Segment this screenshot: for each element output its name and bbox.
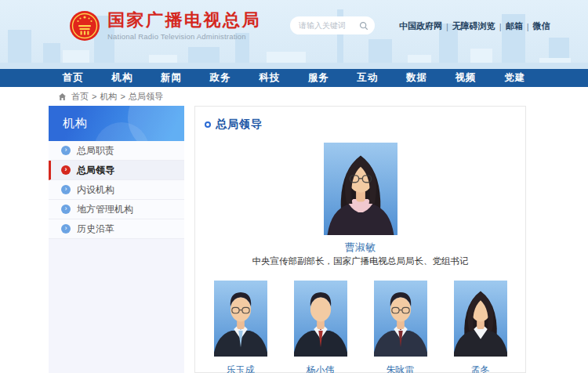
link-wechat[interactable]: 微信 — [533, 20, 550, 32]
sidebar-item-label: 地方管理机构 — [77, 203, 133, 216]
logo-text-block: 国家广播电视总局 National Radio Television Admin… — [107, 11, 261, 41]
sidebar-title: 机构 — [49, 106, 184, 141]
leader-card[interactable]: 朱咏雷 — [374, 281, 427, 373]
sidebar-item-leaders[interactable]: 总局领导 — [49, 161, 184, 180]
sidebar-item-label: 历史沿革 — [77, 223, 114, 236]
leader-name-featured[interactable]: 曹淑敏 — [195, 241, 525, 255]
nav-item-organization[interactable]: 机构 — [98, 69, 147, 87]
main-nav: 首页 机构 新闻 政务 科技 服务 互动 数据 视频 党建 — [0, 69, 588, 87]
leader-card[interactable]: 乐玉成 — [214, 281, 267, 373]
chevron-circle-icon — [61, 224, 71, 234]
search-input[interactable] — [299, 21, 355, 30]
nav-item-services[interactable]: 服务 — [294, 69, 343, 87]
chevron-circle-icon — [61, 165, 71, 175]
site-header: 国家广播电视总局 National Radio Television Admin… — [0, 0, 588, 69]
sidebar-item-internal-orgs[interactable]: 内设机构 — [49, 180, 184, 200]
bullet-ring-icon — [205, 121, 211, 128]
nav-items: 首页 机构 新闻 政务 科技 服务 互动 数据 视频 党建 — [49, 69, 539, 87]
breadcrumb-org[interactable]: 机构 — [100, 91, 117, 103]
nav-item-sci-tech[interactable]: 科技 — [245, 69, 294, 87]
leader-photo[interactable] — [294, 281, 347, 357]
breadcrumb-leaders[interactable]: 总局领导 — [129, 91, 163, 103]
nav-item-data[interactable]: 数据 — [392, 69, 441, 87]
site-subtitle: National Radio Television Administration — [107, 32, 261, 41]
nav-item-news[interactable]: 新闻 — [147, 69, 196, 87]
leaders-row: 乐玉成 杨小伟 朱咏雷 孟冬 — [195, 281, 525, 373]
sidebar-item-label: 总局领导 — [77, 164, 114, 177]
leader-name[interactable]: 乐玉成 — [214, 364, 267, 373]
leader-photo[interactable] — [454, 281, 507, 357]
search-box[interactable] — [290, 16, 375, 34]
breadcrumb: 首页 > 机构 > 总局领导 — [58, 87, 163, 106]
sidebar-item-label: 内设机构 — [77, 183, 114, 197]
link-separator: | — [527, 22, 529, 31]
link-mail[interactable]: 邮箱 — [506, 20, 523, 32]
leader-name[interactable]: 杨小伟 — [294, 364, 347, 373]
site-logo[interactable]: 国家广播电视总局 National Radio Television Admin… — [69, 10, 261, 42]
sidebar-item-history[interactable]: 历史沿革 — [49, 219, 184, 239]
sidebar-menu: 总局职责 总局领导 内设机构 地方管理机构 历史沿革 — [49, 141, 184, 239]
nav-item-video[interactable]: 视频 — [441, 69, 491, 87]
leader-title-featured: 中央宣传部副部长，国家广播电视总局局长、党组书记 — [195, 255, 525, 267]
top-links: 中国政府网 | 无障碍浏览 | 邮箱 | 微信 — [399, 20, 550, 32]
leader-name[interactable]: 朱咏雷 — [374, 364, 427, 373]
section-header: 总局领导 — [205, 118, 263, 132]
search-icon[interactable] — [359, 21, 368, 31]
page: 国家广播电视总局 National Radio Television Admin… — [0, 0, 588, 373]
nav-item-interaction[interactable]: 互动 — [343, 69, 393, 87]
leader-photo[interactable] — [214, 281, 267, 357]
content-card: 总局领导 曹淑敏 中央宣传部副部长，国家广播电视总局局长、党组书记 乐玉成 杨小… — [194, 106, 526, 373]
leader-name[interactable]: 孟冬 — [454, 364, 507, 373]
site-title: 国家广播电视总局 — [107, 11, 261, 30]
home-icon — [58, 92, 67, 101]
leader-card[interactable]: 孟冬 — [454, 281, 507, 373]
link-separator: | — [446, 22, 448, 31]
breadcrumb-separator: > — [92, 92, 96, 101]
breadcrumb-home[interactable]: 首页 — [71, 91, 89, 103]
chevron-circle-icon — [61, 205, 71, 214]
sidebar-item-local-admin[interactable]: 地方管理机构 — [49, 200, 184, 219]
leader-photo-featured[interactable] — [324, 143, 397, 235]
link-gov-website[interactable]: 中国政府网 — [399, 20, 442, 32]
nav-item-home[interactable]: 首页 — [49, 69, 98, 87]
nav-item-party-building[interactable]: 党建 — [490, 69, 539, 87]
chevron-circle-icon — [61, 185, 71, 194]
leader-card[interactable]: 杨小伟 — [294, 281, 347, 373]
sidebar-item-duties[interactable]: 总局职责 — [49, 141, 184, 161]
nav-item-gov-affairs[interactable]: 政务 — [196, 69, 245, 87]
leader-photo[interactable] — [374, 281, 427, 357]
link-accessibility[interactable]: 无障碍浏览 — [452, 20, 495, 32]
sidebar-item-label: 总局职责 — [77, 144, 114, 158]
national-emblem-icon — [69, 10, 100, 42]
link-separator: | — [499, 22, 502, 31]
page-title: 总局领导 — [216, 118, 263, 132]
sidebar: 机构 总局职责 总局领导 内设机构 地方管理机构 历史沿革 — [49, 106, 184, 373]
chevron-circle-icon — [61, 146, 71, 155]
breadcrumb-separator: > — [120, 92, 125, 101]
